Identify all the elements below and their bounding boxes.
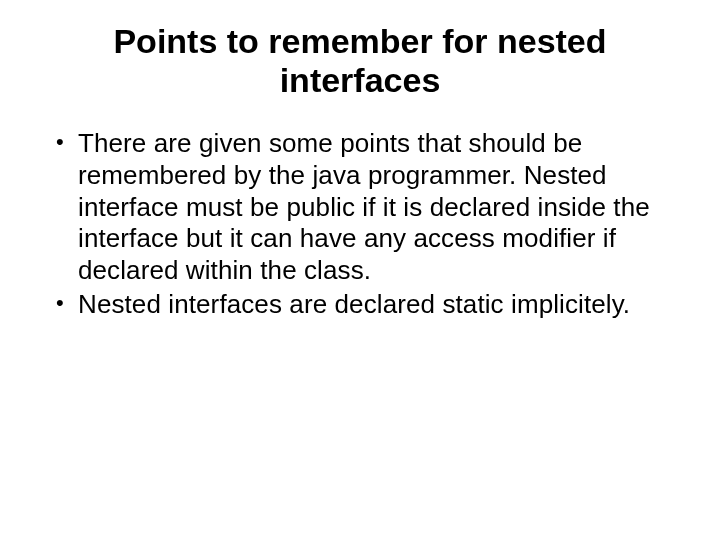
bullet-list: There are given some points that should … — [50, 128, 670, 320]
slide-title: Points to remember for nested interfaces — [80, 22, 640, 100]
list-item: There are given some points that should … — [54, 128, 670, 287]
list-item: Nested interfaces are declared static im… — [54, 289, 670, 321]
slide: Points to remember for nested interfaces… — [0, 0, 720, 540]
